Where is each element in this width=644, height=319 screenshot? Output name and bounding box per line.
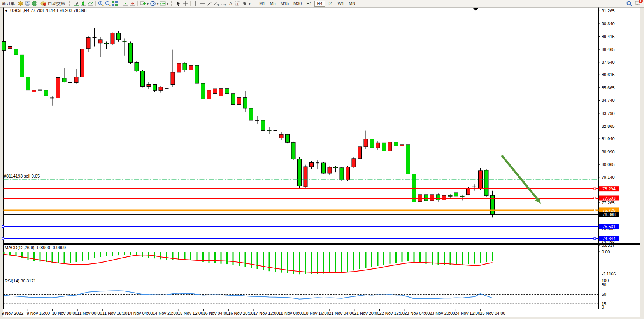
- bull-candle: [358, 147, 362, 159]
- new-chart-icon[interactable]: [140, 1, 146, 6]
- price-tick-label: 87.540: [602, 60, 615, 64]
- tile-windows-icon[interactable]: [112, 1, 118, 6]
- time-tick-label: 14 Nov 04:00: [128, 311, 153, 316]
- bull-candle: [8, 47, 12, 49]
- chat-badge: 1: [639, 0, 643, 3]
- time-tick-label: 9 Nov 16:00: [27, 311, 50, 316]
- arrows-icon[interactable]: [242, 1, 248, 6]
- bull-candle: [213, 89, 217, 93]
- bull-candle: [346, 167, 350, 180]
- bull-candle: [98, 40, 102, 43]
- bear-candle: [291, 142, 295, 159]
- timeframe-d1[interactable]: D1: [325, 1, 335, 7]
- bear-candle: [394, 142, 398, 146]
- bear-candle: [195, 65, 199, 83]
- hline-icon[interactable]: [200, 1, 206, 6]
- autotrade-button[interactable]: 自动交易: [39, 0, 67, 7]
- line-chart-icon[interactable]: [87, 1, 93, 6]
- clock-dropdown-icon[interactable]: ▾: [157, 1, 159, 6]
- line-handle[interactable]: [594, 197, 596, 199]
- bear-candle: [20, 55, 24, 77]
- chart-step-icon[interactable]: [129, 1, 135, 6]
- bear-candle: [62, 78, 66, 82]
- price-tick-label: 88.465: [602, 47, 615, 52]
- price-tick-label: 79.140: [602, 175, 615, 180]
- price-tick-label: 85.665: [602, 85, 615, 90]
- time-tick-label: 17 Nov 12:00: [253, 311, 279, 316]
- bar-chart-icon[interactable]: [73, 1, 79, 6]
- time-tick-label: 23 Nov 04:00: [404, 311, 430, 316]
- timeframe-m1[interactable]: M1: [257, 1, 267, 7]
- bear-candle: [225, 89, 229, 94]
- bull-candle: [328, 167, 332, 173]
- price-tick-label: 80.065: [602, 162, 615, 167]
- timeframe-h4[interactable]: H4: [314, 1, 325, 7]
- chart-play-icon[interactable]: [122, 1, 128, 6]
- crosshair-icon[interactable]: [182, 1, 188, 6]
- rsi-tick-label: 80: [602, 282, 606, 287]
- bear-candle: [370, 139, 374, 148]
- zoom-in-icon[interactable]: [98, 1, 104, 6]
- timeframe-w1[interactable]: W1: [335, 1, 347, 7]
- indicators-icon[interactable]: [160, 1, 166, 6]
- timeframe-h1[interactable]: H1: [304, 1, 314, 7]
- bear-candle: [249, 108, 253, 120]
- bear-candle: [153, 85, 157, 91]
- time-tick-label: 14 Nov 20:00: [153, 311, 178, 316]
- macd-tick-label: 0.00: [602, 249, 610, 254]
- time-tick-label: 9 Nov 2022: [2, 311, 23, 316]
- bear-candle: [448, 195, 452, 196]
- autotrade-label: 自动交易: [48, 1, 65, 7]
- layers-icon[interactable]: [18, 1, 24, 6]
- new-order-button[interactable]: 新订单: [0, 0, 17, 7]
- line-handle[interactable]: [2, 238, 4, 240]
- zoom-out-icon[interactable]: [105, 1, 111, 6]
- chart-canvas[interactable]: 91.26590.34089.41588.46587.54086.61585.6…: [0, 0, 644, 319]
- trendline-icon[interactable]: [207, 1, 213, 6]
- signal-icon[interactable]: [32, 1, 38, 6]
- macd-label: MACD(12,26,9) -0.8900 -0.9999: [5, 245, 66, 250]
- bear-candle: [135, 62, 139, 71]
- bear-candle: [334, 167, 338, 168]
- chart-collapse-icon: ▼: [5, 9, 8, 13]
- fibonacci-icon[interactable]: F: [221, 1, 227, 6]
- timeframe-m15[interactable]: M15: [278, 1, 291, 7]
- line-handle[interactable]: [594, 209, 596, 211]
- timeframe-mn[interactable]: MN: [346, 1, 358, 7]
- vline-icon[interactable]: [193, 1, 199, 6]
- bear-candle: [436, 195, 440, 200]
- window-right-edge: [640, 7, 644, 319]
- timeframe-m30[interactable]: M30: [291, 1, 304, 7]
- indicators-dropdown-icon[interactable]: ▾: [167, 1, 169, 6]
- cursor-icon[interactable]: [175, 1, 181, 6]
- search-icon[interactable]: [626, 1, 632, 6]
- sell-position-label: #8114193 sell 0.05: [4, 174, 40, 178]
- channel-icon[interactable]: E: [214, 1, 220, 6]
- label-icon[interactable]: T: [235, 1, 241, 6]
- price-tick-label: 80.990: [602, 150, 615, 154]
- new-chart-dropdown-icon[interactable]: ▾: [147, 1, 149, 6]
- price-tick-label: 77.265: [602, 200, 615, 205]
- timeframe-m5[interactable]: M5: [267, 1, 278, 7]
- text-icon[interactable]: A: [228, 1, 234, 6]
- candlestick-icon[interactable]: [80, 1, 86, 6]
- bull-candle: [32, 90, 36, 92]
- line-handle[interactable]: [594, 238, 596, 240]
- bear-candle: [286, 134, 290, 142]
- bull-candle: [177, 63, 181, 72]
- main-toolbar: 新订单 自动交易 ▾ ▾ ▾ E F A T ▾ M1M5M15M30H1H4D…: [0, 0, 644, 7]
- trading-app-window: { "toolbar": { "new_order_label": "新订单",…: [0, 0, 644, 319]
- price-badge-label: 76.725: [602, 208, 616, 213]
- chat-button[interactable]: 1: [635, 0, 641, 7]
- time-tick-label: 18 Nov 00:00: [279, 311, 304, 316]
- line-handle[interactable]: [2, 226, 4, 228]
- price-badge-label: 75.531: [602, 224, 616, 229]
- bull-candle: [400, 145, 404, 146]
- price-tick-label: 84.740: [602, 98, 615, 103]
- line-handle[interactable]: [594, 188, 596, 190]
- price-tick-label: 83.790: [602, 111, 615, 116]
- clock-icon[interactable]: [150, 1, 156, 6]
- bear-candle: [141, 71, 145, 87]
- arrows-dropdown-icon[interactable]: ▾: [249, 1, 251, 6]
- terminal-icon[interactable]: [25, 1, 31, 6]
